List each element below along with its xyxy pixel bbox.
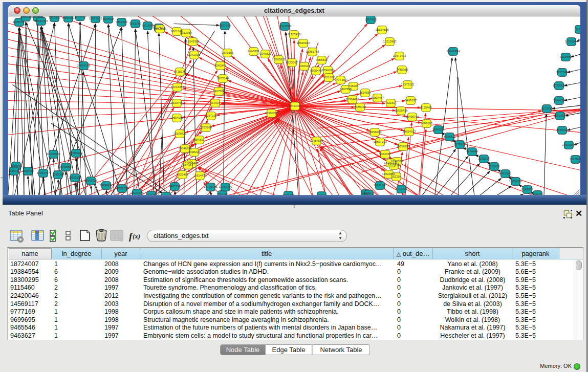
svg-text:10025438: 10025438 — [394, 109, 408, 112]
svg-text:3824554: 3824554 — [359, 91, 372, 94]
svg-text:15885820: 15885820 — [272, 58, 286, 61]
svg-text:1678275: 1678275 — [282, 193, 295, 195]
svg-text:1527602: 1527602 — [49, 16, 60, 19]
svg-text:6966160: 6966160 — [62, 16, 75, 19]
svg-text:746206: 746206 — [349, 84, 359, 87]
svg-text:16782759: 16782759 — [115, 187, 128, 190]
svg-text:19654985: 19654985 — [170, 116, 184, 119]
svg-text:924501: 924501 — [533, 193, 543, 195]
svg-text:18807249: 18807249 — [373, 140, 386, 143]
svg-text:12213383: 12213383 — [170, 85, 184, 89]
svg-text:10958117: 10958117 — [100, 184, 113, 187]
svg-text:2803144: 2803144 — [217, 77, 229, 80]
svg-text:10648784: 10648784 — [446, 50, 460, 53]
svg-text:1621022: 1621022 — [323, 76, 335, 79]
svg-text:16671365: 16671365 — [89, 17, 102, 20]
svg-text:16154808: 16154808 — [375, 28, 389, 31]
svg-text:16782759: 16782759 — [219, 185, 232, 188]
svg-text:10658609: 10658609 — [368, 130, 381, 134]
svg-text:15751074: 15751074 — [564, 40, 578, 43]
svg-text:1167534: 1167534 — [570, 158, 580, 161]
svg-text:1156829: 1156829 — [22, 169, 34, 172]
svg-text:122334: 122334 — [317, 194, 327, 195]
svg-text:20206538: 20206538 — [47, 152, 60, 156]
svg-text:20364436: 20364436 — [345, 98, 359, 101]
svg-text:10654112: 10654112 — [509, 180, 522, 183]
svg-text:2342004: 2342004 — [188, 53, 201, 56]
svg-text:7955812: 7955812 — [316, 58, 328, 61]
svg-text:11325419: 11325419 — [288, 33, 301, 36]
svg-text:1640954: 1640954 — [432, 128, 445, 131]
svg-text:20691406: 20691406 — [34, 19, 48, 23]
svg-text:12505135: 12505135 — [68, 176, 82, 179]
svg-text:9699695: 9699695 — [421, 122, 433, 125]
svg-text:10807467: 10807467 — [371, 96, 384, 99]
svg-text:12942757: 12942757 — [36, 171, 50, 174]
svg-text:2687682: 2687682 — [365, 18, 377, 21]
svg-text:9227342: 9227342 — [556, 71, 568, 74]
svg-text:15716485: 15716485 — [204, 185, 217, 188]
svg-text:19166825: 19166825 — [173, 132, 187, 135]
svg-text:7485063: 7485063 — [396, 68, 408, 71]
svg-text:16914479: 16914479 — [193, 174, 206, 177]
svg-text:18640910: 18640910 — [296, 41, 310, 45]
svg-text:19654923: 19654923 — [402, 130, 416, 133]
svg-text:887833: 887833 — [194, 138, 205, 141]
svg-text:16961758: 16961758 — [306, 50, 319, 53]
svg-text:1145194: 1145194 — [52, 173, 64, 176]
svg-text:1065526: 1065526 — [32, 16, 44, 18]
svg-text:945779: 945779 — [364, 192, 374, 195]
svg-text:1733426: 1733426 — [396, 187, 408, 190]
svg-text:3498222: 3498222 — [188, 150, 200, 154]
svg-text:12213967: 12213967 — [383, 40, 396, 43]
svg-text:9115460: 9115460 — [420, 106, 432, 109]
svg-text:6879197: 6879197 — [454, 143, 466, 146]
svg-text:1244415: 1244415 — [553, 99, 565, 102]
svg-text:8938923: 8938923 — [444, 135, 456, 138]
svg-text:7663822: 7663822 — [116, 20, 127, 24]
svg-text:912345: 912345 — [146, 193, 157, 195]
svg-text:16210643: 16210643 — [553, 114, 567, 117]
svg-text:12218506: 12218506 — [278, 25, 292, 28]
svg-text:1071913: 1071913 — [74, 16, 86, 18]
svg-text:17957225: 17957225 — [84, 179, 98, 182]
svg-text:2969140: 2969140 — [20, 16, 32, 18]
svg-text:1569297: 1569297 — [556, 128, 568, 132]
svg-text:6794028: 6794028 — [322, 69, 334, 72]
svg-text:62160: 62160 — [386, 101, 395, 104]
svg-text:19384554: 19384554 — [310, 139, 323, 142]
svg-text:12923446: 12923446 — [130, 191, 144, 194]
svg-text:16543382: 16543382 — [186, 40, 199, 43]
svg-text:734562: 734562 — [161, 194, 171, 195]
svg-text:157384: 157384 — [183, 163, 193, 166]
svg-text:417004: 417004 — [210, 101, 221, 104]
svg-text:12975115: 12975115 — [401, 83, 415, 86]
svg-text:16151132: 16151132 — [384, 161, 398, 164]
svg-text:3915411: 3915411 — [8, 169, 20, 172]
svg-text:8215955: 8215955 — [541, 107, 553, 110]
svg-text:19756928: 19756928 — [396, 145, 410, 148]
svg-text:9084067: 9084067 — [379, 152, 391, 156]
svg-text:9463627: 9463627 — [405, 99, 417, 102]
svg-text:8912954: 8912954 — [142, 24, 154, 27]
svg-text:1292346: 1292346 — [216, 193, 229, 195]
svg-text:8322037: 8322037 — [286, 61, 298, 64]
svg-text:9146821: 9146821 — [259, 52, 271, 55]
svg-text:9329966: 9329966 — [560, 55, 572, 58]
svg-text:3875685: 3875685 — [222, 51, 234, 54]
svg-text:9601246: 9601246 — [129, 22, 142, 25]
svg-text:7632621: 7632621 — [488, 165, 500, 168]
svg-text:7663822: 7663822 — [154, 27, 166, 30]
svg-text:9242848: 9242848 — [214, 64, 227, 67]
svg-text:7625402: 7625402 — [177, 173, 188, 176]
svg-text:9474444: 9474444 — [466, 150, 478, 153]
svg-text:2935114: 2935114 — [478, 157, 490, 160]
svg-text:7515526: 7515526 — [102, 17, 115, 20]
svg-text:4350511: 4350511 — [10, 164, 22, 167]
svg-text:9457791: 9457791 — [169, 185, 181, 188]
svg-text:39758857: 39758857 — [59, 165, 72, 168]
svg-text:14055724: 14055724 — [12, 20, 26, 24]
svg-text:9146821: 9146821 — [248, 50, 259, 53]
svg-text:10046788: 10046788 — [178, 147, 192, 150]
svg-text:17016504: 17016504 — [562, 143, 576, 146]
